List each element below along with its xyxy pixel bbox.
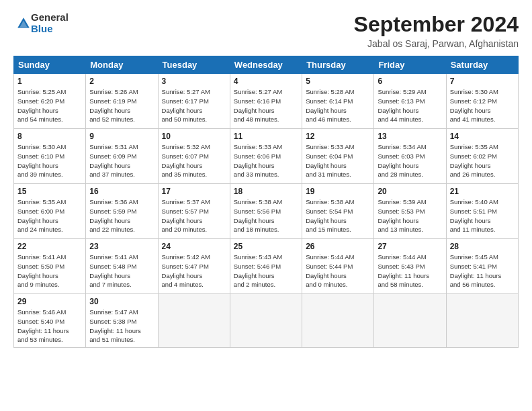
title-block: September 2024 Jabal os Saraj, Parwan, A… (354, 12, 519, 49)
day-23: 23 Sunrise: 5:41 AMSunset: 5:48 PMDaylig… (86, 239, 158, 294)
day-25: 25 Sunrise: 5:43 AMSunset: 5:46 PMDaylig… (230, 239, 302, 294)
day-17: 17 Sunrise: 5:37 AMSunset: 5:57 PMDaylig… (158, 184, 230, 239)
day-empty-1 (158, 294, 230, 348)
day-18: 18 Sunrise: 5:38 AMSunset: 5:56 PMDaylig… (230, 184, 302, 239)
logo-icon (16, 16, 31, 31)
day-29: 29 Sunrise: 5:46 AMSunset: 5:40 PMDaylig… (14, 294, 86, 348)
week-row-2: 8 Sunrise: 5:30 AMSunset: 6:10 PMDayligh… (14, 129, 519, 184)
week-row-1: 1 Sunrise: 5:25 AMSunset: 6:20 PMDayligh… (14, 74, 519, 129)
calendar-table: Sunday Monday Tuesday Wednesday Thursday… (13, 56, 519, 348)
day-19: 19 Sunrise: 5:38 AMSunset: 5:54 PMDaylig… (302, 184, 374, 239)
logo: General Blue (13, 12, 69, 34)
header: General Blue September 2024 Jabal os Sar… (13, 12, 519, 49)
week-row-3: 15 Sunrise: 5:35 AMSunset: 6:00 PMDaylig… (14, 184, 519, 239)
header-monday: Monday (86, 56, 158, 74)
header-thursday: Thursday (302, 56, 374, 74)
day-27: 27 Sunrise: 5:44 AMSunset: 5:43 PMDaylig… (374, 239, 446, 294)
day-1: 1 Sunrise: 5:25 AMSunset: 6:20 PMDayligh… (14, 74, 86, 129)
day-24: 24 Sunrise: 5:42 AMSunset: 5:47 PMDaylig… (158, 239, 230, 294)
week-row-5: 29 Sunrise: 5:46 AMSunset: 5:40 PMDaylig… (14, 294, 519, 348)
page: General Blue September 2024 Jabal os Sar… (0, 0, 532, 411)
day-6: 6 Sunrise: 5:29 AMSunset: 6:13 PMDayligh… (374, 74, 446, 129)
day-8: 8 Sunrise: 5:30 AMSunset: 6:10 PMDayligh… (14, 129, 86, 184)
header-wednesday: Wednesday (230, 56, 302, 74)
day-empty-4 (374, 294, 446, 348)
logo-text: General Blue (31, 12, 69, 34)
day-9: 9 Sunrise: 5:31 AMSunset: 6:09 PMDayligh… (86, 129, 158, 184)
logo-blue: Blue (31, 24, 69, 35)
day-15: 15 Sunrise: 5:35 AMSunset: 6:00 PMDaylig… (14, 184, 86, 239)
day-empty-3 (302, 294, 374, 348)
day-20: 20 Sunrise: 5:39 AMSunset: 5:53 PMDaylig… (374, 184, 446, 239)
day-12: 12 Sunrise: 5:33 AMSunset: 6:04 PMDaylig… (302, 129, 374, 184)
day-empty-5 (446, 294, 518, 348)
header-tuesday: Tuesday (158, 56, 230, 74)
day-4: 4 Sunrise: 5:27 AMSunset: 6:16 PMDayligh… (230, 74, 302, 129)
header-friday: Friday (374, 56, 446, 74)
week-row-4: 22 Sunrise: 5:41 AMSunset: 5:50 PMDaylig… (14, 239, 519, 294)
header-saturday: Saturday (446, 56, 518, 74)
day-30: 30 Sunrise: 5:47 AMSunset: 5:38 PMDaylig… (86, 294, 158, 348)
month-title: September 2024 (354, 12, 519, 37)
day-22: 22 Sunrise: 5:41 AMSunset: 5:50 PMDaylig… (14, 239, 86, 294)
day-3: 3 Sunrise: 5:27 AMSunset: 6:17 PMDayligh… (158, 74, 230, 129)
location: Jabal os Saraj, Parwan, Afghanistan (354, 38, 519, 49)
day-13: 13 Sunrise: 5:34 AMSunset: 6:03 PMDaylig… (374, 129, 446, 184)
day-7: 7 Sunrise: 5:30 AMSunset: 6:12 PMDayligh… (446, 74, 518, 129)
day-10: 10 Sunrise: 5:32 AMSunset: 6:07 PMDaylig… (158, 129, 230, 184)
day-28: 28 Sunrise: 5:45 AMSunset: 5:41 PMDaylig… (446, 239, 518, 294)
weekday-header-row: Sunday Monday Tuesday Wednesday Thursday… (14, 56, 519, 74)
day-21: 21 Sunrise: 5:40 AMSunset: 5:51 PMDaylig… (446, 184, 518, 239)
day-5: 5 Sunrise: 5:28 AMSunset: 6:14 PMDayligh… (302, 74, 374, 129)
day-14: 14 Sunrise: 5:35 AMSunset: 6:02 PMDaylig… (446, 129, 518, 184)
day-16: 16 Sunrise: 5:36 AMSunset: 5:59 PMDaylig… (86, 184, 158, 239)
day-26: 26 Sunrise: 5:44 AMSunset: 5:44 PMDaylig… (302, 239, 374, 294)
day-empty-2 (230, 294, 302, 348)
logo-general: General (31, 12, 69, 24)
day-2: 2 Sunrise: 5:26 AMSunset: 6:19 PMDayligh… (86, 74, 158, 129)
header-sunday: Sunday (14, 56, 86, 74)
day-11: 11 Sunrise: 5:33 AMSunset: 6:06 PMDaylig… (230, 129, 302, 184)
